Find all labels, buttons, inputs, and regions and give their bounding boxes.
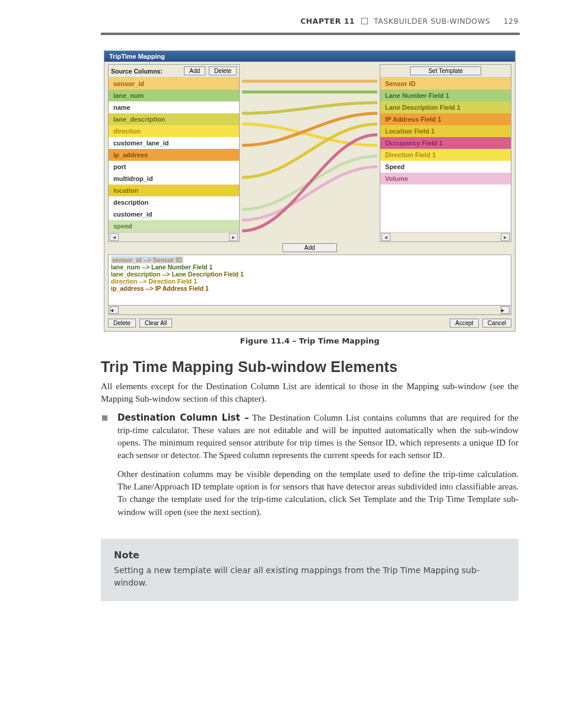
figure-caption: Figure 11.4 – Trip Time Mapping xyxy=(101,336,519,345)
dest-item[interactable]: Direction Field 1 xyxy=(380,149,511,161)
dest-item[interactable]: Volume xyxy=(380,173,511,185)
note-heading: Note xyxy=(114,549,505,561)
source-columns-panel: Source Columns: Add Delete sensor_idlane… xyxy=(108,64,240,242)
source-item[interactable]: lane_num xyxy=(109,90,239,101)
window-titlebar: TripTime Mapping xyxy=(104,51,515,62)
figure-screenshot: TripTime Mapping Source Columns: Add Del… xyxy=(101,50,519,332)
scroll-right-icon[interactable]: ▸ xyxy=(229,233,238,241)
source-item[interactable]: customer_lane_id xyxy=(109,137,239,149)
connector-line xyxy=(242,135,377,231)
add-source-button[interactable]: Add xyxy=(184,66,205,75)
mapping-entry[interactable]: ip_address --> IP Address Field 1 xyxy=(111,285,508,292)
source-item[interactable]: customer_id xyxy=(109,208,239,220)
running-header: CHAPTER 11 TASKBUILDER SUB-WINDOWS 129 xyxy=(101,17,519,29)
connector-line xyxy=(242,124,377,177)
scroll-left-icon[interactable]: ◂ xyxy=(110,233,119,241)
connector-line xyxy=(242,113,377,145)
header-rule xyxy=(101,33,520,35)
page-number: 129 xyxy=(504,17,519,26)
source-item[interactable]: sensor_id xyxy=(109,78,239,90)
note-body: Setting a new template will clear all ex… xyxy=(114,564,505,589)
bullet-destination-column-list: Destination Column List – The Destinatio… xyxy=(101,412,519,519)
mapping-entry[interactable]: direction --> Direction Field 1 xyxy=(111,278,508,285)
connector-line xyxy=(242,103,377,113)
connector-lines xyxy=(242,76,377,241)
cancel-button[interactable]: Cancel xyxy=(482,319,511,328)
connector-line xyxy=(242,156,377,209)
source-item[interactable]: speed xyxy=(109,220,239,232)
dest-item[interactable]: Lane Description Field 1 xyxy=(380,101,511,113)
chapter-separator-box xyxy=(361,18,368,24)
source-columns-label: Source Columns: xyxy=(111,68,163,75)
source-hscrollbar[interactable]: ◂ ▸ xyxy=(109,232,239,241)
dest-item[interactable]: Occupancy Field 1 xyxy=(380,137,511,149)
add-mapping-button[interactable]: Add xyxy=(282,243,337,252)
scroll-right-icon[interactable]: ▸ xyxy=(501,306,510,314)
dest-item[interactable]: Location Field 1 xyxy=(380,125,511,137)
source-item[interactable]: multidrop_id xyxy=(109,173,239,185)
mapping-entry[interactable]: sensor_id --> Sensor ID xyxy=(111,256,508,263)
source-item[interactable]: description xyxy=(109,196,239,208)
connector-line xyxy=(242,124,377,145)
dest-item[interactable]: Lane Number Field 1 xyxy=(380,90,511,101)
section-heading: Trip Time Mapping Sub-window Elements xyxy=(101,358,519,376)
mapping-entry[interactable]: lane_num --> Lane Number Field 1 xyxy=(111,263,508,271)
chapter-title: TASKBUILDER SUB-WINDOWS xyxy=(374,17,490,26)
delete-source-button[interactable]: Delete xyxy=(209,66,237,75)
accept-button[interactable]: Accept xyxy=(450,319,479,328)
bullet-title: Destination Column List – xyxy=(117,412,249,423)
source-item[interactable]: ip_address xyxy=(109,149,239,161)
connector-line xyxy=(242,167,377,220)
mapping-list[interactable]: sensor_id --> Sensor IDlane_num --> Lane… xyxy=(108,255,511,306)
dest-hscrollbar[interactable]: ◂ ▸ xyxy=(380,232,511,241)
source-item[interactable]: location xyxy=(109,185,239,196)
dest-item[interactable]: Speed xyxy=(380,161,511,173)
chapter-label: CHAPTER 11 xyxy=(300,17,355,26)
dest-item[interactable]: IP Address Field 1 xyxy=(380,113,511,125)
section-intro: All elements except for the Destination … xyxy=(101,380,519,406)
source-item[interactable]: name xyxy=(109,101,239,113)
scroll-right-icon[interactable]: ▸ xyxy=(501,233,510,241)
clear-all-button[interactable]: Clear All xyxy=(139,319,172,328)
source-item[interactable]: port xyxy=(109,161,239,173)
set-template-button[interactable]: Set Template xyxy=(410,66,481,75)
mapping-entry[interactable]: lane_description --> Lane Description Fi… xyxy=(111,271,508,278)
connector-area xyxy=(242,64,377,242)
scroll-left-icon[interactable]: ◂ xyxy=(110,306,119,314)
delete-mapping-button[interactable]: Delete xyxy=(108,319,136,328)
dest-item[interactable]: Sensor ID xyxy=(380,78,511,90)
source-item[interactable]: direction xyxy=(109,125,239,137)
mapping-hscrollbar[interactable]: ◂ ▸ xyxy=(108,306,511,315)
source-item[interactable]: lane_description xyxy=(109,113,239,125)
destination-columns-panel: Set Template Sensor IDLane Number Field … xyxy=(380,64,511,242)
scroll-left-icon[interactable]: ◂ xyxy=(381,233,390,241)
triptime-window: TripTime Mapping Source Columns: Add Del… xyxy=(104,50,516,332)
note-callout: Note Setting a new template will clear a… xyxy=(101,539,519,601)
bullet-body-2: Other destination columns may be visible… xyxy=(117,468,519,519)
